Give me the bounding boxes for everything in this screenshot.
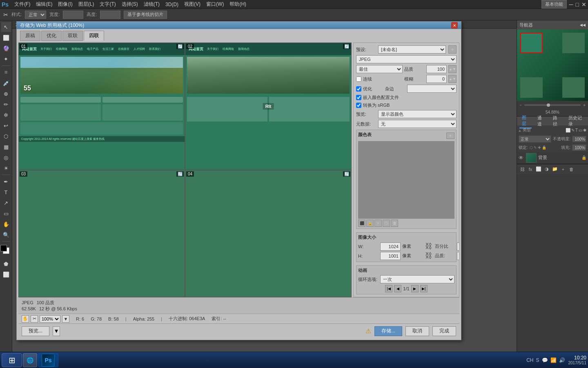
lock-trans-btn[interactable]: ⬡	[530, 146, 533, 150]
taskbar-browser-btn[interactable]: 🌐	[23, 353, 37, 367]
tab-2up[interactable]: 双联	[62, 31, 83, 41]
quality-num-input[interactable]	[426, 65, 447, 73]
metadata-select[interactable]: 无	[378, 120, 457, 128]
lock-paint-btn[interactable]: ✎	[534, 146, 537, 150]
filter-type-btn[interactable]: T	[575, 128, 578, 132]
layers-tab-history[interactable]: 历史记录	[566, 114, 586, 128]
frame-first-btn[interactable]: |◀	[385, 285, 392, 292]
menu-3d[interactable]: 3D(D)	[163, 1, 181, 8]
tool-hand[interactable]: ✋	[1, 219, 11, 229]
preview-setting-select[interactable]: 显示器颜色	[378, 110, 457, 118]
tool-crop[interactable]: ⌗	[1, 67, 11, 77]
blur-input[interactable]	[426, 75, 447, 83]
preset-menu-btn[interactable]: ≡	[448, 45, 457, 54]
optimize-checkbox[interactable]	[356, 86, 361, 92]
tool-lasso[interactable]: 🔮	[1, 43, 11, 53]
tool-shape[interactable]: ▭	[1, 209, 11, 218]
menu-layer[interactable]: 图层(L)	[76, 0, 97, 9]
tab-4up[interactable]: 四联	[84, 31, 104, 41]
format-select[interactable]: JPEG	[356, 55, 457, 63]
layers-tab-paths[interactable]: 路径	[550, 114, 563, 128]
ct-maps-btn[interactable]: ⬛	[358, 220, 365, 227]
menu-window[interactable]: 窗口(W)	[204, 0, 226, 9]
preview-button[interactable]: 预览...	[22, 326, 49, 336]
menu-filter[interactable]: 滤镜(T)	[141, 0, 162, 9]
loop-select[interactable]: 一次	[380, 275, 454, 283]
tool-pen[interactable]: ✒	[1, 177, 11, 186]
tool-clone[interactable]: ✲	[1, 110, 11, 120]
tool-move[interactable]: ↖	[1, 22, 11, 32]
blend-mode-select[interactable]: 正常	[519, 135, 551, 143]
fill-input[interactable]	[572, 144, 586, 151]
nav-slider-track[interactable]	[524, 104, 581, 106]
opacity-input[interactable]	[572, 136, 586, 142]
delete-layer-btn[interactable]: 🗑	[568, 166, 575, 173]
slice-select-btn[interactable]: ✂	[31, 315, 38, 323]
tool-eraser[interactable]: ⬡	[1, 131, 11, 141]
layers-tab-channels[interactable]: 通道	[535, 114, 547, 128]
embed-icc-checkbox[interactable]	[356, 95, 361, 100]
color-swatch[interactable]	[0, 245, 12, 256]
ct-del-btn[interactable]: 🗑	[391, 220, 398, 227]
convert-srgb-checkbox[interactable]	[356, 103, 361, 108]
window-close[interactable]: ✕	[581, 1, 586, 8]
new-group-btn[interactable]: 📁	[551, 166, 559, 173]
quality-dropdown[interactable]: ▲▼	[448, 65, 457, 73]
foreground-color[interactable]	[0, 245, 7, 251]
menu-image[interactable]: 图像(I)	[56, 0, 75, 9]
menu-file[interactable]: 文件(F)	[12, 0, 33, 9]
style-select[interactable]: 正常	[25, 11, 46, 19]
filter-smart-btn[interactable]: ✱	[583, 128, 586, 132]
filter-shape-btn[interactable]: ▭	[579, 128, 582, 132]
tool-type[interactable]: T	[1, 187, 11, 197]
link-layers-btn[interactable]: ⛓	[519, 166, 526, 173]
menu-edit[interactable]: 编辑(E)	[33, 0, 55, 9]
taskbar-ps-btn[interactable]: Ps	[38, 353, 58, 367]
add-mask-btn[interactable]: ⬜	[535, 166, 542, 173]
done-button[interactable]: 完成	[432, 326, 456, 336]
layer-visibility-eye[interactable]: 👁	[519, 155, 524, 161]
percent-input[interactable]	[457, 242, 459, 251]
tab-optimized[interactable]: 优化	[41, 31, 62, 41]
tool-marquee[interactable]: ⬜	[1, 33, 11, 43]
quality-method-select[interactable]: 两次立方	[457, 252, 459, 260]
layer-item-background[interactable]: 👁 背景 🔒	[517, 152, 588, 164]
height-value-input[interactable]	[380, 252, 401, 260]
tool-path-select[interactable]: ↗	[1, 198, 11, 208]
ct-web-snap-btn[interactable]: ⬡	[383, 220, 390, 227]
lock-all-btn[interactable]: 🔒	[542, 146, 546, 150]
menu-select[interactable]: 选择(S)	[119, 0, 140, 9]
window-maximize[interactable]: □	[576, 1, 579, 8]
layer-style-btn[interactable]: fx	[527, 166, 534, 173]
menu-view[interactable]: 视图(V)	[182, 0, 203, 9]
ct-lock-btn[interactable]: 🔒	[366, 220, 374, 227]
height-input[interactable]	[100, 11, 120, 19]
start-button[interactable]: ⊞	[2, 353, 22, 367]
new-adjust-btn[interactable]: ◑	[543, 166, 550, 173]
tool-eyedropper[interactable]: 💉	[1, 78, 11, 88]
color-table-menu-btn[interactable]: ≡	[446, 132, 454, 139]
preview-panel-03[interactable]: 03 🔄	[18, 170, 185, 298]
preview-panel-01[interactable]: 01 🔄 网站首页 关于我们 经典网络 新闻动态	[18, 43, 185, 170]
blur-dropdown[interactable]: ▲▼	[448, 75, 457, 83]
tool-gradient[interactable]: ▦	[1, 142, 11, 152]
ct-add-btn[interactable]: +	[374, 220, 382, 227]
hand-preview-btn[interactable]: ✋	[22, 315, 29, 323]
save-button[interactable]: 存储...	[374, 326, 402, 336]
tool-blur[interactable]: ◎	[1, 153, 11, 162]
continuous-checkbox[interactable]	[356, 76, 361, 82]
tool-magic-wand[interactable]: ✦	[1, 54, 11, 64]
preview-panel-04[interactable]: 04 🔄	[185, 170, 352, 298]
layers-tab-layers[interactable]: 图层	[519, 114, 532, 128]
preview-panel-02[interactable]: 02 🔄 网站首页 关于我们 经典网络 新闻动态	[185, 43, 352, 170]
tab-original[interactable]: 原稿	[20, 31, 40, 41]
preview-arrow-btn[interactable]: ▼	[53, 326, 60, 336]
zoom-select[interactable]: 100%	[40, 315, 60, 323]
navigator-preview[interactable]	[517, 29, 588, 101]
window-minimize[interactable]: ─	[569, 1, 573, 8]
new-layer-btn[interactable]: +	[559, 166, 567, 173]
tool-spot-heal[interactable]: ⊕	[1, 89, 11, 99]
nav-slider-thumb[interactable]	[547, 103, 550, 107]
filter-pixel-btn[interactable]: ⬜	[566, 128, 570, 132]
nav-zoom-out-btn[interactable]: －	[519, 102, 523, 108]
